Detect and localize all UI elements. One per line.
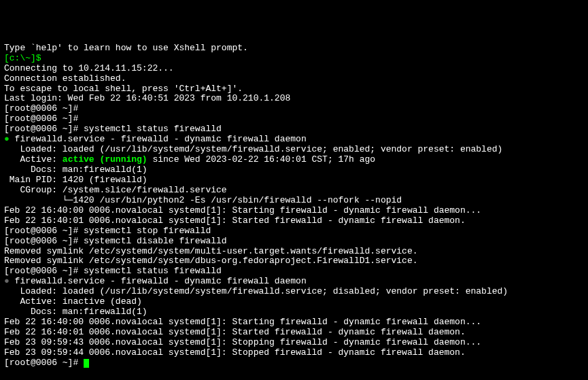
- active-line: Active: inactive (dead): [4, 297, 584, 307]
- command-text: systemctl status firewalld: [84, 266, 222, 276]
- cgroup-process-line: └─1420 /usr/bin/python2 -Es /usr/sbin/fi…: [4, 196, 584, 206]
- prompt: [root@0006 ~]#: [4, 124, 84, 134]
- log-line: Feb 22 16:40:00 0006.novalocal systemd[1…: [4, 317, 584, 328]
- command-line: [root@0006 ~]# systemctl stop firewalld: [4, 226, 584, 237]
- prompt: [root@0006 ~]#: [4, 358, 84, 368]
- established-line: Connection established.: [4, 74, 584, 84]
- cgroup-line: CGroup: /system.slice/firewalld.service: [4, 186, 584, 196]
- escape-line: To escape to local shell, press 'Ctrl+Al…: [4, 84, 584, 94]
- command-line: [root@0006 ~]# systemctl status firewall…: [4, 124, 584, 135]
- prompt: [root@0006 ~]#: [4, 226, 84, 236]
- log-line: Feb 23 09:59:44 0006.novalocal systemd[1…: [4, 348, 584, 358]
- active-line: Active: active (running) since Wed 2023-…: [4, 155, 584, 165]
- service-title: ● firewalld.service - firewalld - dynami…: [4, 277, 584, 287]
- active-status: active (running): [63, 154, 148, 165]
- terminal-output[interactable]: Type `help' to learn how to use Xshell p…: [4, 44, 584, 368]
- prompt: [root@0006 ~]#: [4, 266, 84, 276]
- status-dot-icon: ●: [4, 276, 15, 286]
- service-name: firewalld.service - firewalld - dynamic …: [15, 276, 307, 286]
- local-prompt: [c:\~]$: [4, 54, 584, 64]
- loaded-line: Loaded: loaded (/usr/lib/systemd/system/…: [4, 287, 584, 297]
- log-line: Feb 23 09:59:43 0006.novalocal systemd[1…: [4, 338, 584, 348]
- command-text: systemctl disable firewalld: [84, 236, 227, 246]
- prompt: [root@0006 ~]#: [4, 236, 84, 246]
- active-label: Active:: [4, 154, 63, 165]
- log-line: Feb 22 16:40:01 0006.novalocal systemd[1…: [4, 216, 584, 226]
- command-text: systemctl stop firewalld: [84, 226, 211, 236]
- help-line: Type `help' to learn how to use Xshell p…: [4, 44, 584, 54]
- cursor-icon: [84, 359, 89, 368]
- connecting-line: Connecting to 10.214.11.15:22...: [4, 64, 584, 74]
- command-text: systemctl status firewalld: [84, 124, 222, 134]
- prompt-line: [root@0006 ~]#: [4, 114, 584, 124]
- command-line: [root@0006 ~]# systemctl status firewall…: [4, 266, 584, 277]
- service-title: ● firewalld.service - firewalld - dynami…: [4, 135, 584, 145]
- service-name: firewalld.service - firewalld - dynamic …: [15, 134, 307, 144]
- status-dot-icon: ●: [4, 134, 15, 144]
- active-since: since Wed 2023-02-22 16:40:01 CST; 17h a…: [148, 154, 375, 165]
- docs-line: Docs: man:firewalld(1): [4, 307, 584, 317]
- prompt-line: [root@0006 ~]#: [4, 104, 584, 114]
- pid-line: Main PID: 1420 (firewalld): [4, 175, 584, 186]
- log-line: Feb 22 16:40:01 0006.novalocal systemd[1…: [4, 328, 584, 338]
- command-line: [root@0006 ~]# systemctl disable firewal…: [4, 237, 584, 247]
- docs-line: Docs: man:firewalld(1): [4, 165, 584, 175]
- removed-line: Removed symlink /etc/systemd/system/dbus…: [4, 256, 584, 266]
- prompt-line[interactable]: [root@0006 ~]#: [4, 358, 584, 368]
- log-line: Feb 22 16:40:00 0006.novalocal systemd[1…: [4, 206, 584, 216]
- removed-line: Removed symlink /etc/systemd/system/mult…: [4, 247, 584, 257]
- loaded-line: Loaded: loaded (/usr/lib/systemd/system/…: [4, 145, 584, 155]
- last-login-line: Last login: Wed Feb 22 16:40:51 2023 fro…: [4, 94, 584, 104]
